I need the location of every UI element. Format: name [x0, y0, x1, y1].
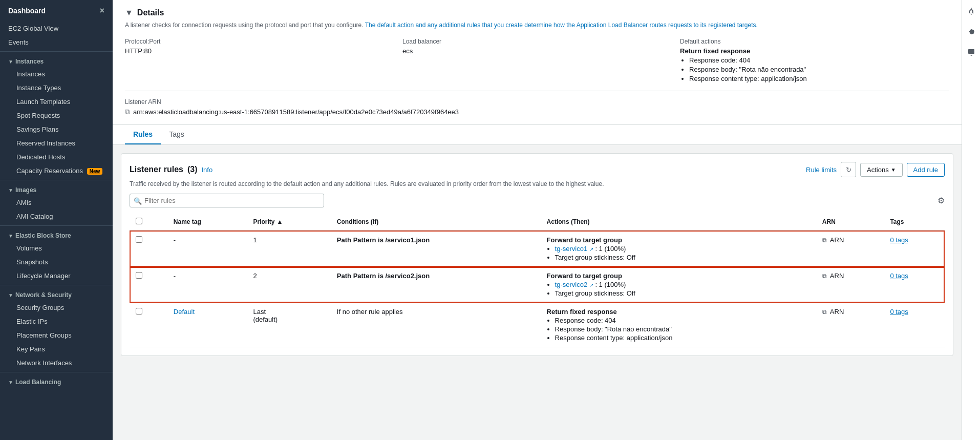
- rules-info-badge[interactable]: Info: [202, 166, 213, 174]
- sidebar-item-dedicated-hosts[interactable]: Dedicated Hosts: [4, 150, 113, 164]
- sidebar-item-amis[interactable]: AMIs: [4, 196, 113, 209]
- sidebar-item-snapshots[interactable]: Snapshots: [4, 255, 113, 269]
- filter-rules-input[interactable]: [130, 194, 324, 207]
- row2-copy-icon[interactable]: ⧉: [822, 273, 827, 280]
- row1-actions-list: tg-servico1 ↗ : 1 (100%) Target group st…: [547, 245, 810, 261]
- row1-conditions-text: Path Pattern is /servico1.json: [337, 236, 430, 244]
- arn-text: arn:aws:elasticloadbalancing:us-east-1:6…: [133, 108, 459, 116]
- row1-target-group-link[interactable]: tg-servico1: [555, 245, 588, 253]
- load-balancer-link[interactable]: ecs: [402, 47, 413, 55]
- row3-tags-link[interactable]: 0 tags: [890, 308, 908, 316]
- tab-tags[interactable]: Tags: [161, 125, 193, 144]
- row3-priority: Last (default): [247, 303, 330, 347]
- sidebar-item-ami-catalog[interactable]: AMI Catalog: [4, 209, 113, 223]
- sidebar-close-button[interactable]: ×: [100, 6, 104, 15]
- th-conditions: Conditions (If): [331, 214, 541, 231]
- row1-action-item-0: tg-servico1 ↗ : 1 (100%): [555, 245, 810, 253]
- sidebar-item-placement-groups[interactable]: Placement Groups: [4, 328, 113, 342]
- row2-conditions: Path Pattern is /servico2.json: [331, 267, 541, 303]
- row2-tags-link[interactable]: 0 tags: [890, 272, 908, 280]
- row2-actions-list: tg-servico2 ↗ : 1 (100%) Target group st…: [547, 281, 810, 297]
- sidebar-item-instance-types[interactable]: Instance Types: [4, 81, 113, 95]
- copy-arn-icon[interactable]: ⧉: [125, 108, 130, 116]
- actions-button[interactable]: Actions ▼: [860, 163, 903, 177]
- rules-section: Listener rules (3) Info Rule limits ↻ Ac…: [121, 153, 953, 356]
- sidebar-item-instances[interactable]: Instances: [4, 67, 113, 81]
- sidebar-section-network: ▼ Network & Security: [0, 287, 113, 301]
- sidebar-item-lifecycle-manager[interactable]: Lifecycle Manager: [4, 269, 113, 283]
- filter-row: 🔍 ⚙: [130, 194, 945, 207]
- sidebar-section-images: ▼ Images: [0, 182, 113, 196]
- row1-arn-text: ARN: [830, 236, 844, 244]
- th-name-tag: Name tag: [167, 214, 247, 231]
- collapse-icon[interactable]: ▼: [125, 8, 133, 17]
- new-badge: New: [87, 168, 103, 175]
- th-priority[interactable]: Priority ▲: [247, 214, 330, 231]
- sidebar-item-ec2-global-view[interactable]: EC2 Global View: [0, 22, 113, 35]
- notifications-icon[interactable]: [964, 4, 978, 18]
- rules-header: Listener rules (3) Info Rule limits ↻ Ac…: [130, 162, 945, 177]
- table-row: - 2 Path Pattern is /servico2.json Forwa…: [130, 267, 945, 303]
- right-icons-panel: [962, 0, 980, 440]
- arn-value: ⧉ arn:aws:elasticloadbalancing:us-east-1…: [125, 108, 949, 116]
- details-title: ▼ Details: [125, 8, 949, 17]
- row1-tags-link[interactable]: 0 tags: [890, 236, 908, 244]
- row3-copy-icon[interactable]: ⧉: [822, 308, 827, 316]
- details-description-link[interactable]: The default action and any additional ru…: [365, 22, 758, 29]
- rules-description: Traffic received by the listener is rout…: [130, 180, 945, 187]
- row1-actions: Forward to target group tg-servico1 ↗ : …: [541, 231, 816, 267]
- row3-arn-cell: ⧉ ARN: [822, 308, 878, 316]
- row3-actions: Return fixed response Response code: 404…: [541, 303, 816, 347]
- row2-action-suffix-0: : 1 (100%): [595, 281, 626, 288]
- sidebar-item-capacity-reservations[interactable]: Capacity Reservations New: [4, 164, 113, 178]
- default-actions-list: Response code: 404 Response body: "Rota …: [680, 56, 949, 82]
- feedback-icon[interactable]: [964, 45, 978, 59]
- row2-checkbox[interactable]: [136, 272, 142, 279]
- row1-name-tag: -: [167, 231, 247, 267]
- load-balancer-label: Load balancer: [402, 38, 672, 45]
- sidebar-item-savings-plans[interactable]: Savings Plans: [4, 122, 113, 136]
- row3-default-link[interactable]: Default: [174, 308, 195, 316]
- rules-title: Listener rules (3): [130, 165, 198, 174]
- row1-checkbox[interactable]: [136, 236, 142, 243]
- row2-arn: ⧉ ARN: [816, 267, 884, 303]
- row1-arn-cell: ⧉ ARN: [822, 236, 878, 244]
- section-arrow: ▼: [8, 59, 13, 65]
- search-icon: 🔍: [134, 197, 142, 204]
- sidebar-item-security-groups[interactable]: Security Groups: [4, 301, 113, 315]
- rules-actions: Rule limits ↻ Actions ▼ Add rule: [806, 162, 945, 177]
- details-grid: Protocol:Port HTTP:80 Load balancer ecs …: [125, 38, 949, 91]
- settings-right-icon[interactable]: [964, 25, 978, 39]
- svg-rect-1: [968, 49, 974, 54]
- row1-copy-icon[interactable]: ⧉: [822, 237, 827, 244]
- sidebar-item-reserved-instances[interactable]: Reserved Instances: [4, 136, 113, 150]
- sidebar-item-volumes[interactable]: Volumes: [4, 241, 113, 255]
- select-all-checkbox[interactable]: [136, 218, 142, 224]
- row2-checkbox-cell: [130, 267, 167, 303]
- sidebar-item-events[interactable]: Events: [0, 35, 113, 49]
- row1-checkbox-cell: [130, 231, 167, 267]
- svg-point-0: [971, 8, 972, 9]
- default-actions-label: Default actions: [680, 38, 949, 45]
- th-arn: ARN: [816, 214, 884, 231]
- row2-arn-text: ARN: [830, 272, 844, 280]
- row3-action-item-0: Response code: 404: [555, 317, 810, 324]
- row2-target-group-link[interactable]: tg-servico2: [555, 281, 588, 288]
- sidebar-item-network-interfaces[interactable]: Network Interfaces: [4, 356, 113, 370]
- sidebar-title: Dashboard: [8, 7, 46, 15]
- add-rule-button[interactable]: Add rule: [907, 163, 945, 177]
- th-actions-then: Actions (Then): [541, 214, 816, 231]
- default-actions-field: Default actions Return fixed response Re…: [680, 38, 949, 82]
- rule-limits-link[interactable]: Rule limits: [806, 166, 837, 174]
- tab-rules[interactable]: Rules: [125, 125, 161, 144]
- row3-checkbox[interactable]: [136, 308, 142, 315]
- sidebar-item-launch-templates[interactable]: Launch Templates: [4, 95, 113, 109]
- column-settings-icon[interactable]: ⚙: [938, 196, 945, 205]
- rules-title-row: Listener rules (3) Info: [130, 165, 212, 174]
- sidebar-item-key-pairs[interactable]: Key Pairs: [4, 342, 113, 356]
- sidebar-item-spot-requests[interactable]: Spot Requests: [4, 109, 113, 122]
- row2-action-item-0: tg-servico2 ↗ : 1 (100%): [555, 281, 810, 288]
- row1-priority: 1: [247, 231, 330, 267]
- sidebar-item-elastic-ips[interactable]: Elastic IPs: [4, 315, 113, 328]
- refresh-button[interactable]: ↻: [841, 162, 856, 177]
